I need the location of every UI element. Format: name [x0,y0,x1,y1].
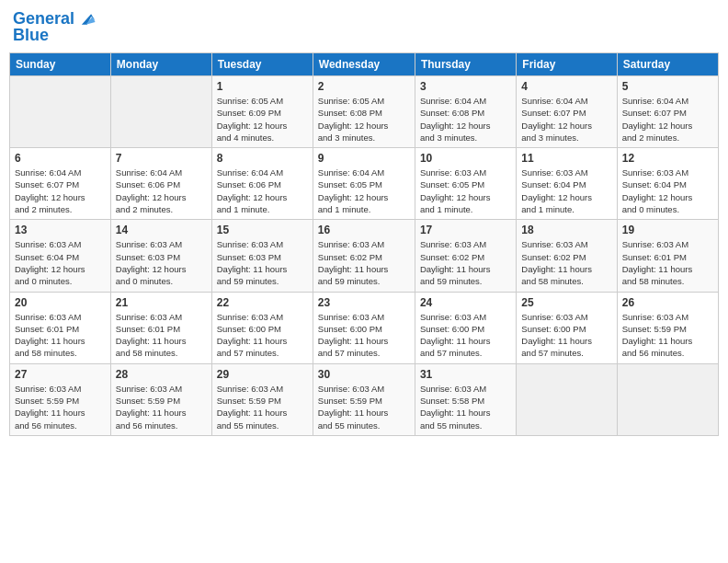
day-info: Sunrise: 6:03 AM Sunset: 6:00 PM Dayligh… [318,311,410,360]
day-number: 16 [318,224,410,236]
day-number: 31 [420,368,511,381]
day-info: Sunrise: 6:04 AM Sunset: 6:07 PM Dayligh… [622,95,713,144]
calendar-cell: 23Sunrise: 6:03 AM Sunset: 6:00 PM Dayli… [313,292,415,363]
column-header-thursday: Thursday [415,53,516,76]
logo: General Blue [13,9,97,45]
calendar-cell [617,363,718,435]
column-header-friday: Friday [517,53,617,76]
day-info: Sunrise: 6:03 AM Sunset: 5:59 PM Dayligh… [15,383,106,431]
day-info: Sunrise: 6:04 AM Sunset: 6:07 PM Dayligh… [521,95,611,144]
day-number: 27 [15,368,106,381]
day-number: 10 [420,152,511,165]
day-info: Sunrise: 6:03 AM Sunset: 6:01 PM Dayligh… [116,311,207,360]
calendar-cell: 3Sunrise: 6:04 AM Sunset: 6:08 PM Daylig… [415,76,516,148]
day-info: Sunrise: 6:03 AM Sunset: 6:04 PM Dayligh… [15,238,106,287]
day-number: 2 [318,80,410,93]
day-info: Sunrise: 6:03 AM Sunset: 5:59 PM Dayligh… [318,383,410,431]
day-info: Sunrise: 6:03 AM Sunset: 6:03 PM Dayligh… [116,238,207,287]
day-number: 8 [217,152,308,165]
day-info: Sunrise: 6:03 AM Sunset: 5:58 PM Dayligh… [420,383,511,431]
day-number: 24 [420,296,511,309]
day-info: Sunrise: 6:03 AM Sunset: 6:00 PM Dayligh… [217,311,308,360]
day-info: Sunrise: 6:03 AM Sunset: 5:59 PM Dayligh… [116,383,207,431]
calendar-cell: 1Sunrise: 6:05 AM Sunset: 6:09 PM Daylig… [211,76,313,148]
day-number: 4 [521,80,611,93]
day-number: 5 [622,80,713,93]
day-number: 20 [15,296,106,309]
page-header: General Blue [9,9,719,45]
day-number: 3 [420,80,511,93]
column-header-wednesday: Wednesday [313,53,415,76]
calendar-cell: 26Sunrise: 6:03 AM Sunset: 5:59 PM Dayli… [617,292,718,363]
calendar-header-row: SundayMondayTuesdayWednesdayThursdayFrid… [10,53,719,76]
calendar-cell [10,76,111,148]
calendar-week-2: 13Sunrise: 6:03 AM Sunset: 6:04 PM Dayli… [10,220,719,292]
calendar-week-3: 20Sunrise: 6:03 AM Sunset: 6:01 PM Dayli… [10,292,719,363]
day-number: 29 [217,368,308,381]
day-info: Sunrise: 6:03 AM Sunset: 5:59 PM Dayligh… [622,311,713,360]
calendar-cell: 27Sunrise: 6:03 AM Sunset: 5:59 PM Dayli… [10,363,111,435]
calendar-cell: 9Sunrise: 6:04 AM Sunset: 6:05 PM Daylig… [313,148,415,220]
calendar-cell: 12Sunrise: 6:03 AM Sunset: 6:04 PM Dayli… [617,148,718,220]
calendar-cell: 15Sunrise: 6:03 AM Sunset: 6:03 PM Dayli… [211,220,313,292]
day-info: Sunrise: 6:03 AM Sunset: 6:04 PM Dayligh… [622,167,713,215]
calendar-cell: 5Sunrise: 6:04 AM Sunset: 6:07 PM Daylig… [617,76,718,148]
column-header-monday: Monday [110,53,211,76]
day-info: Sunrise: 6:03 AM Sunset: 6:04 PM Dayligh… [521,167,611,215]
calendar-cell: 13Sunrise: 6:03 AM Sunset: 6:04 PM Dayli… [10,220,111,292]
calendar-cell [110,76,211,148]
calendar-cell: 20Sunrise: 6:03 AM Sunset: 6:01 PM Dayli… [10,292,111,363]
calendar-cell: 28Sunrise: 6:03 AM Sunset: 5:59 PM Dayli… [110,363,211,435]
day-number: 11 [521,152,611,165]
day-number: 13 [15,224,106,236]
day-info: Sunrise: 6:03 AM Sunset: 5:59 PM Dayligh… [217,383,308,431]
day-number: 12 [622,152,713,165]
day-info: Sunrise: 6:03 AM Sunset: 6:00 PM Dayligh… [521,311,611,360]
day-number: 18 [521,224,611,236]
calendar-cell: 17Sunrise: 6:03 AM Sunset: 6:02 PM Dayli… [415,220,516,292]
day-info: Sunrise: 6:03 AM Sunset: 6:02 PM Dayligh… [318,238,410,287]
day-number: 26 [622,296,713,309]
calendar-cell: 8Sunrise: 6:04 AM Sunset: 6:06 PM Daylig… [211,148,313,220]
calendar-cell: 7Sunrise: 6:04 AM Sunset: 6:06 PM Daylig… [110,148,211,220]
day-info: Sunrise: 6:05 AM Sunset: 6:08 PM Dayligh… [318,95,410,144]
calendar-cell: 6Sunrise: 6:04 AM Sunset: 6:07 PM Daylig… [10,148,111,220]
day-info: Sunrise: 6:04 AM Sunset: 6:05 PM Dayligh… [318,167,410,215]
calendar-cell: 31Sunrise: 6:03 AM Sunset: 5:58 PM Dayli… [415,363,516,435]
day-info: Sunrise: 6:04 AM Sunset: 6:06 PM Dayligh… [116,167,207,215]
day-number: 21 [116,296,207,309]
day-number: 15 [217,224,308,236]
day-info: Sunrise: 6:03 AM Sunset: 6:03 PM Dayligh… [217,238,308,287]
calendar-cell: 16Sunrise: 6:03 AM Sunset: 6:02 PM Dayli… [313,220,415,292]
calendar-cell: 30Sunrise: 6:03 AM Sunset: 5:59 PM Dayli… [313,363,415,435]
day-info: Sunrise: 6:03 AM Sunset: 6:01 PM Dayligh… [622,238,713,287]
day-number: 30 [318,368,410,381]
day-number: 25 [521,296,611,309]
day-info: Sunrise: 6:03 AM Sunset: 6:02 PM Dayligh… [420,238,511,287]
calendar-cell: 22Sunrise: 6:03 AM Sunset: 6:00 PM Dayli… [211,292,313,363]
column-header-saturday: Saturday [617,53,718,76]
day-number: 6 [15,152,106,165]
day-info: Sunrise: 6:03 AM Sunset: 6:00 PM Dayligh… [420,311,511,360]
calendar-cell: 18Sunrise: 6:03 AM Sunset: 6:02 PM Dayli… [517,220,617,292]
calendar-week-4: 27Sunrise: 6:03 AM Sunset: 5:59 PM Dayli… [10,363,719,435]
calendar-cell: 2Sunrise: 6:05 AM Sunset: 6:08 PM Daylig… [313,76,415,148]
day-number: 14 [116,224,207,236]
day-number: 9 [318,152,410,165]
calendar-week-1: 6Sunrise: 6:04 AM Sunset: 6:07 PM Daylig… [10,148,719,220]
calendar-cell: 4Sunrise: 6:04 AM Sunset: 6:07 PM Daylig… [517,76,617,148]
calendar-cell [517,363,617,435]
logo-icon [76,9,97,29]
calendar-week-0: 1Sunrise: 6:05 AM Sunset: 6:09 PM Daylig… [10,76,719,148]
calendar-cell: 21Sunrise: 6:03 AM Sunset: 6:01 PM Dayli… [110,292,211,363]
day-number: 7 [116,152,207,165]
day-info: Sunrise: 6:04 AM Sunset: 6:08 PM Dayligh… [420,95,511,144]
day-number: 19 [622,224,713,236]
day-number: 28 [116,368,207,381]
calendar-table: SundayMondayTuesdayWednesdayThursdayFrid… [9,52,719,436]
day-number: 23 [318,296,410,309]
day-info: Sunrise: 6:04 AM Sunset: 6:06 PM Dayligh… [217,167,308,215]
day-info: Sunrise: 6:03 AM Sunset: 6:05 PM Dayligh… [420,167,511,215]
calendar-cell: 10Sunrise: 6:03 AM Sunset: 6:05 PM Dayli… [415,148,516,220]
calendar-cell: 24Sunrise: 6:03 AM Sunset: 6:00 PM Dayli… [415,292,516,363]
